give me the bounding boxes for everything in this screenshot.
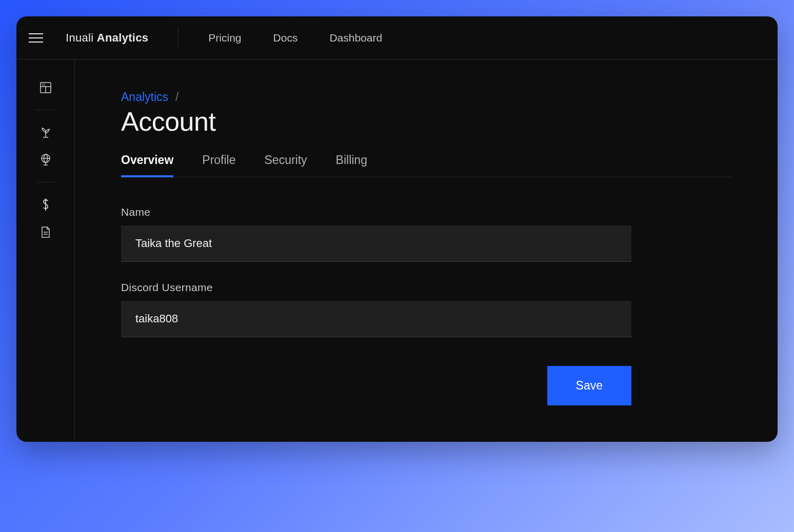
tabs: Overview Profile Security Billing <box>121 153 731 177</box>
tab-overview[interactable]: Overview <box>121 153 173 177</box>
tab-profile[interactable]: Profile <box>202 153 235 177</box>
brand-logo[interactable]: Inuali Analytics <box>66 31 148 45</box>
breadcrumb-parent[interactable]: Analytics <box>121 90 168 104</box>
discord-input[interactable] <box>121 301 631 337</box>
globe-icon[interactable] <box>39 153 52 167</box>
svg-text:01: 01 <box>42 83 46 86</box>
app-body: 01 <box>16 59 778 442</box>
sidebar: 01 <box>16 59 75 442</box>
button-row: Save <box>121 366 631 405</box>
header-divider <box>178 27 178 49</box>
form-group-discord: Discord Username <box>121 281 631 337</box>
sidebar-divider <box>37 110 54 110</box>
tab-billing[interactable]: Billing <box>336 153 367 177</box>
nav-link-docs[interactable]: Docs <box>273 32 298 44</box>
save-button[interactable]: Save <box>547 366 631 405</box>
name-input[interactable] <box>121 226 631 262</box>
app-window: Inuali Analytics Pricing Docs Dashboard … <box>16 16 778 442</box>
document-icon[interactable] <box>39 226 52 239</box>
form-group-name: Name <box>121 206 631 262</box>
name-label: Name <box>121 206 631 218</box>
brand-bold: Analytics <box>97 31 149 44</box>
breadcrumb-separator: / <box>175 90 178 104</box>
breadcrumb: Analytics / <box>121 90 731 104</box>
dollar-icon[interactable] <box>39 198 52 211</box>
discord-label: Discord Username <box>121 281 631 294</box>
brand-light: Inuali <box>66 31 97 44</box>
page-title: Account <box>121 106 731 137</box>
nav-link-pricing[interactable]: Pricing <box>208 32 241 44</box>
main-content: Analytics / Account Overview Profile Sec… <box>75 59 778 442</box>
nav-link-dashboard[interactable]: Dashboard <box>329 32 382 44</box>
dashboard-icon[interactable]: 01 <box>39 81 52 94</box>
header: Inuali Analytics Pricing Docs Dashboard <box>16 16 778 59</box>
menu-icon[interactable] <box>29 30 45 46</box>
growth-icon[interactable] <box>39 126 52 139</box>
sidebar-divider <box>37 182 54 182</box>
header-nav: Pricing Docs Dashboard <box>208 32 382 44</box>
tab-security[interactable]: Security <box>265 153 307 177</box>
